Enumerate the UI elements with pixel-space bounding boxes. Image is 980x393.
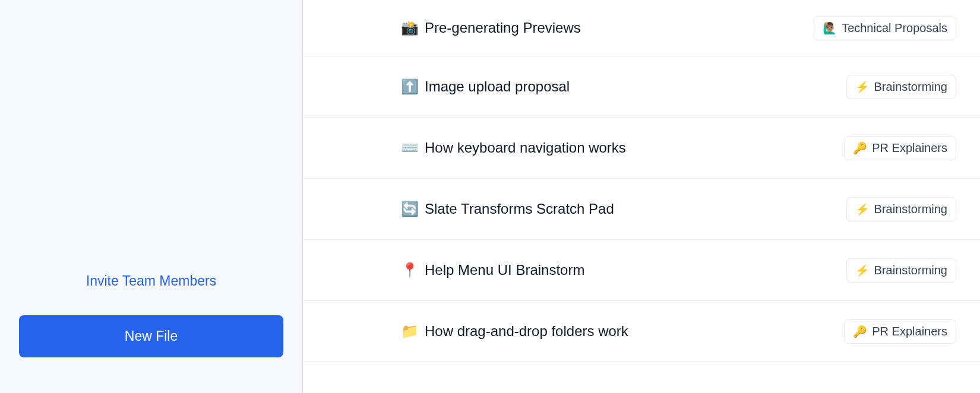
refresh-icon: 🔄 <box>401 202 419 216</box>
file-title-wrap: 🔄 Slate Transforms Scratch Pad <box>401 201 614 217</box>
file-row[interactable]: 📸 Pre-generating Previews 🙋🏽‍♂️ Technica… <box>303 0 980 56</box>
file-title: How drag-and-drop folders work <box>425 323 628 340</box>
main-content: 📸 Pre-generating Previews 🙋🏽‍♂️ Technica… <box>303 0 980 393</box>
key-icon: 🔑 <box>853 326 867 337</box>
file-row[interactable]: ⬆️ Image upload proposal ⚡ Brainstorming <box>303 56 980 118</box>
key-icon: 🔑 <box>853 142 867 154</box>
file-title: How keyboard navigation works <box>425 140 626 156</box>
category-tag[interactable]: 🙋🏽‍♂️ Technical Proposals <box>814 16 956 40</box>
pin-icon: 📍 <box>401 263 419 277</box>
sidebar: Invite Team Members New File <box>0 0 303 393</box>
camera-icon: 📸 <box>401 21 419 35</box>
file-title-wrap: ⬆️ Image upload proposal <box>401 78 570 95</box>
person-raising-hand-icon: 🙋🏽‍♂️ <box>823 23 837 34</box>
file-title: Pre-generating Previews <box>425 20 581 36</box>
file-row[interactable]: 📍 Help Menu UI Brainstorm ⚡ Brainstormin… <box>303 240 980 301</box>
category-tag[interactable]: ⚡ Brainstorming <box>846 197 956 221</box>
file-title: Image upload proposal <box>425 78 570 95</box>
file-title-wrap: 📸 Pre-generating Previews <box>401 20 581 36</box>
category-tag[interactable]: 🔑 PR Explainers <box>844 319 956 344</box>
lightning-icon: ⚡ <box>855 265 870 276</box>
file-title: Slate Transforms Scratch Pad <box>425 201 614 217</box>
category-tag[interactable]: ⚡ Brainstorming <box>846 75 956 99</box>
lightning-icon: ⚡ <box>855 204 870 215</box>
up-arrow-icon: ⬆️ <box>401 80 419 94</box>
category-tag[interactable]: ⚡ Brainstorming <box>846 258 956 283</box>
file-title-wrap: ⌨️ How keyboard navigation works <box>401 140 626 156</box>
category-label: Brainstorming <box>874 264 947 277</box>
category-label: Brainstorming <box>874 202 947 216</box>
file-title-wrap: 📍 Help Menu UI Brainstorm <box>401 262 584 278</box>
file-list: 📸 Pre-generating Previews 🙋🏽‍♂️ Technica… <box>303 0 980 362</box>
file-row[interactable]: ⌨️ How keyboard navigation works 🔑 PR Ex… <box>303 118 980 179</box>
category-label: PR Explainers <box>872 325 947 338</box>
file-title: Help Menu UI Brainstorm <box>425 262 584 278</box>
category-label: Brainstorming <box>874 80 947 94</box>
folder-icon: 📁 <box>401 324 419 338</box>
file-title-wrap: 📁 How drag-and-drop folders work <box>401 323 628 340</box>
new-file-button[interactable]: New File <box>19 315 283 357</box>
file-row[interactable]: 📁 How drag-and-drop folders work 🔑 PR Ex… <box>303 301 980 362</box>
invite-team-members-link[interactable]: Invite Team Members <box>19 273 283 289</box>
lightning-icon: ⚡ <box>855 81 870 93</box>
category-tag[interactable]: 🔑 PR Explainers <box>844 136 956 160</box>
category-label: PR Explainers <box>872 141 947 155</box>
file-row[interactable]: 🔄 Slate Transforms Scratch Pad ⚡ Brainst… <box>303 179 980 240</box>
keyboard-icon: ⌨️ <box>401 141 419 155</box>
category-label: Technical Proposals <box>842 21 947 35</box>
